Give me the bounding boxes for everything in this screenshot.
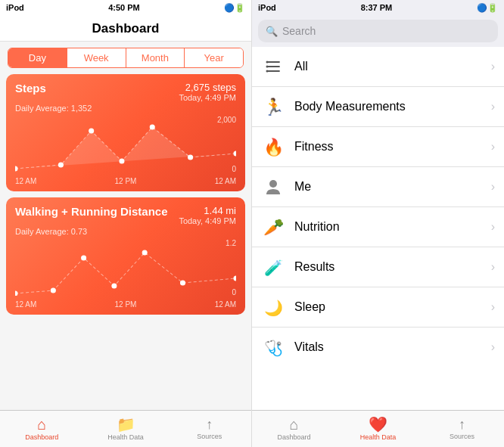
status-bar-left: iPod 4:50 PM 🔵🔋 [0,0,251,15]
results-icon: 🧪 [261,255,285,279]
svg-text:🌙: 🌙 [264,299,283,317]
distance-time-labels: 12 AM 12 PM 12 AM [15,300,236,309]
svg-text:🏃: 🏃 [263,97,283,116]
all-icon [261,54,285,79]
health-data-tab-icon-left: 📁 [117,417,135,432]
tab-sources-right[interactable]: ↑ Sources [420,418,504,440]
list-item-vitals[interactable]: 🩺 Vitals › [252,327,504,367]
segment-control: Day Week Month Year [8,48,244,68]
steps-card: Steps 2,675 steps Today, 4:49 PM Daily A… [6,74,245,191]
distance-chart-max: 1.2 [226,239,236,247]
time-left: 4:50 PM [108,3,140,12]
results-label: Results [294,260,491,274]
steps-subtitle: Daily Average: 1,352 [15,104,236,113]
svg-point-12 [180,281,185,285]
me-chevron: › [491,180,495,194]
me-label: Me [294,180,491,194]
sources-tab-icon-right: ↑ [459,418,465,431]
dashboard-tab-label: Dashboard [25,433,58,441]
right-panel: iPod 8:37 PM 🔵🔋 🔍 Search All › [252,0,504,447]
svg-point-4 [150,125,154,129]
svg-text:🔥: 🔥 [263,137,283,157]
status-bar-right: iPod 8:37 PM 🔵🔋 [252,0,504,15]
time-right: 8:37 PM [361,3,393,12]
nutrition-icon: 🥕 [261,215,285,239]
list-item-body-measurements[interactable]: 🏃 Body Measurements › [252,87,504,127]
tab-bar-left: ⌂ Dashboard 📁 Health Data ↑ Sources [0,410,251,447]
distance-card: Walking + Running Distance 1.44 mi Today… [6,197,245,315]
svg-point-0 [15,166,17,171]
health-categories-list: All › 🏃 Body Measurements › 🔥 Fitness › [252,47,504,410]
header-left: Dashboard [0,15,251,42]
steps-time-labels: 12 AM 12 PM 12 AM [15,177,236,185]
segment-week[interactable]: Week [67,48,126,67]
dashboard-tab-icon-right: ⌂ [289,417,298,432]
svg-point-19 [266,70,269,73]
tab-bar-right: ⌂ Dashboard ❤️ Health Data ↑ Sources [252,410,504,447]
distance-value: 1.44 mi [179,205,236,216]
search-icon: 🔍 [266,26,278,37]
svg-point-7 [15,291,17,296]
list-item-sleep[interactable]: 🌙 Sleep › [252,287,504,327]
sources-tab-icon-left: ↑ [206,418,213,431]
svg-point-10 [112,284,117,288]
distance-chart: 1.2 0 12 AM 12 PM 12 AM [15,239,236,307]
list-item-all[interactable]: All › [252,47,504,87]
steps-title: Steps [15,82,46,95]
segment-year[interactable]: Year [184,48,243,67]
steps-value: 2,675 steps [179,82,236,93]
fitness-icon: 🔥 [261,135,285,159]
list-item-results[interactable]: 🧪 Results › [252,247,504,287]
vitals-icon: 🩺 [261,335,285,359]
distance-subtitle: Daily Average: 0.73 [15,227,236,236]
sources-tab-label-right: Sources [450,433,474,440]
nutrition-label: Nutrition [294,220,491,234]
body-measurements-label: Body Measurements [294,100,491,113]
svg-point-13 [234,276,236,281]
results-chevron: › [491,260,495,274]
list-item-nutrition[interactable]: 🥕 Nutrition › [252,207,504,247]
health-data-tab-icon-right: ❤️ [369,417,387,432]
tab-dashboard-left[interactable]: ⌂ Dashboard [0,417,84,441]
tab-sources-left[interactable]: ↑ Sources [167,418,251,440]
svg-point-11 [142,250,147,255]
nutrition-chevron: › [491,220,495,234]
health-data-tab-label-left: Health Data [107,433,144,441]
svg-point-9 [82,256,86,260]
carrier-right: iPod [258,3,276,12]
list-item-fitness[interactable]: 🔥 Fitness › [252,127,504,167]
distance-timestamp: Today, 4:49 PM [179,216,236,225]
all-chevron: › [491,60,495,73]
svg-point-3 [120,159,124,163]
me-icon [261,175,285,199]
svg-point-17 [266,66,269,68]
vitals-chevron: › [491,340,495,354]
sleep-chevron: › [491,300,495,314]
body-measurements-icon: 🏃 [261,95,285,119]
svg-point-6 [234,151,236,156]
distance-chart-min: 0 [232,288,236,296]
svg-point-8 [51,288,55,293]
segment-month[interactable]: Month [126,48,185,67]
steps-chart-min: 0 [232,165,236,173]
list-item-me[interactable]: Me › [252,167,504,207]
sleep-icon: 🌙 [261,295,285,319]
carrier-left: iPod [6,3,24,12]
icons-left: 🔵🔋 [224,3,245,13]
sleep-label: Sleep [294,300,491,314]
tab-health-data-left[interactable]: 📁 Health Data [84,417,168,441]
distance-title: Walking + Running Distance [15,205,168,218]
dashboard-tab-label-right: Dashboard [277,433,310,441]
segment-day[interactable]: Day [8,48,67,67]
tab-dashboard-right[interactable]: ⌂ Dashboard [252,417,336,441]
search-placeholder: Search [282,25,316,37]
svg-point-15 [266,61,269,64]
svg-point-22 [269,180,277,188]
vitals-label: Vitals [294,340,491,354]
search-bar[interactable]: 🔍 Search [258,20,498,42]
dashboard-title: Dashboard [92,21,160,36]
steps-chart: 2,000 0 12 AM 12 PM 12 AM [15,116,236,184]
left-panel: iPod 4:50 PM 🔵🔋 Dashboard Day Week Month… [0,0,252,447]
distance-svg [15,239,236,296]
tab-health-data-right[interactable]: ❤️ Health Data [336,417,420,441]
